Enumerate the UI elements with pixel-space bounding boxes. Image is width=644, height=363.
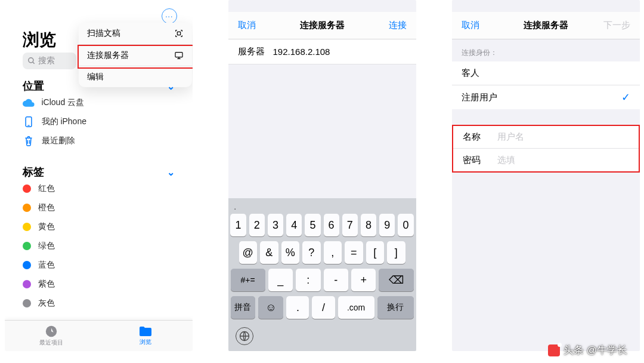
dot-icon: [23, 242, 31, 250]
nav-title: 连接服务器: [524, 20, 568, 31]
menu-scan-documents[interactable]: 扫描文稿: [79, 23, 192, 44]
screenshot-connect-server: 取消 连接服务器 连接 服务器 192.168.2.108 . 1 2 3 4 …: [228, 0, 416, 351]
row-label: 最近删除: [42, 136, 75, 146]
row-label: 紫色: [38, 279, 55, 290]
key-3[interactable]: 3: [268, 214, 283, 236]
iphone-icon: [23, 116, 35, 128]
key-8[interactable]: 8: [361, 214, 376, 236]
key-5[interactable]: 5: [305, 214, 320, 236]
name-input[interactable]: 用户名: [497, 131, 524, 143]
screenshot-connect-identity: 取消 连接服务器 下一步 连接身份： 客人 注册用户 ✓ 名称 用户名 密码 选…: [452, 0, 640, 351]
cancel-button[interactable]: 取消: [462, 20, 495, 31]
cloud-icon: [23, 97, 35, 109]
chevron-down-icon: ⌄: [167, 167, 175, 178]
row-label: 绿色: [38, 241, 55, 251]
tag-blue[interactable]: 蓝色: [5, 256, 193, 275]
location-my-iphone[interactable]: 我的 iPhone: [5, 112, 193, 131]
key-at[interactable]: @: [239, 241, 258, 264]
connect-button[interactable]: 连接: [373, 20, 407, 31]
key-slash[interactable]: /: [312, 296, 335, 319]
key-plus[interactable]: +: [351, 269, 376, 291]
identity-registered[interactable]: 注册用户 ✓: [452, 85, 640, 109]
cancel-button[interactable]: 取消: [238, 20, 271, 31]
tag-yellow[interactable]: 黄色: [5, 217, 193, 236]
location-icloud[interactable]: iCloud 云盘: [5, 93, 193, 112]
key-com[interactable]: .com: [338, 296, 374, 319]
server-input[interactable]: 192.168.2.108: [273, 47, 330, 57]
key-underscore[interactable]: _: [268, 269, 293, 291]
key-2[interactable]: 2: [249, 214, 265, 236]
server-row[interactable]: 服务器 192.168.2.108: [228, 39, 416, 64]
row-label: 灰色: [38, 298, 55, 309]
tab-label: 浏览: [140, 338, 151, 346]
checkmark-icon: ✓: [621, 91, 630, 104]
identity-guest[interactable]: 客人: [452, 61, 640, 85]
dot-icon: [23, 184, 31, 193]
menu-label: 连接服务器: [87, 50, 129, 61]
more-button[interactable]: ···: [162, 8, 177, 24]
key-1[interactable]: 1: [230, 214, 246, 236]
key-colon[interactable]: :: [296, 269, 320, 291]
keyboard: . 1 2 3 4 5 6 7 8 9 0 @ & % ? , = [ ] #+…: [228, 198, 416, 351]
key-7[interactable]: 7: [342, 214, 358, 236]
svg-rect-3: [175, 52, 182, 57]
dot-icon: [23, 204, 31, 212]
next-button[interactable]: 下一步: [597, 20, 630, 31]
tag-orange[interactable]: 橙色: [5, 198, 193, 217]
key-emoji[interactable]: ☺: [258, 296, 283, 319]
cell-label: 客人: [462, 67, 479, 79]
tab-recents[interactable]: 最近项目: [5, 321, 99, 351]
field-label: 名称: [463, 131, 487, 143]
section-label: 标签: [23, 165, 44, 179]
key-alt[interactable]: #+=: [231, 269, 265, 291]
tab-browse[interactable]: 浏览: [98, 321, 193, 351]
scan-icon: [174, 29, 184, 38]
svg-rect-2: [177, 32, 180, 35]
password-field[interactable]: 密码 选填: [453, 149, 639, 171]
search-icon: [27, 57, 36, 65]
row-label: 我的 iPhone: [42, 116, 86, 127]
key-pct[interactable]: %: [281, 241, 300, 264]
screenshot-browse: ··· 浏览 搜索 扫描文稿 连接服务器 编辑 位置 ⌄: [5, 0, 193, 351]
nav-bar: 取消 连接服务器 下一步: [452, 12, 640, 39]
key-backspace[interactable]: ⌫: [379, 269, 413, 291]
key-9[interactable]: 9: [379, 214, 395, 236]
key-q[interactable]: ?: [302, 241, 321, 264]
globe-icon[interactable]: [236, 327, 253, 345]
key-pinyin[interactable]: 拼音: [231, 296, 256, 319]
page-title: 浏览: [23, 29, 56, 51]
section-tags[interactable]: 标签 ⌄: [5, 165, 193, 179]
key-dot[interactable]: .: [286, 296, 309, 319]
cell-label: 注册用户: [462, 92, 497, 103]
key-lbracket[interactable]: [: [366, 241, 385, 264]
tag-purple[interactable]: 紫色: [5, 275, 193, 294]
name-field[interactable]: 名称 用户名: [453, 126, 639, 149]
row-label: iCloud 云盘: [42, 97, 85, 108]
key-amp[interactable]: &: [260, 241, 278, 264]
server-label: 服务器: [238, 46, 265, 57]
key-rbracket[interactable]: ]: [387, 241, 405, 264]
tag-gray[interactable]: 灰色: [5, 294, 193, 313]
password-input[interactable]: 选填: [497, 155, 515, 166]
location-recently-deleted[interactable]: 最近删除: [5, 131, 193, 150]
key-6[interactable]: 6: [324, 214, 339, 236]
key-eq[interactable]: =: [345, 241, 363, 264]
tag-green[interactable]: 绿色: [5, 236, 193, 256]
row-label: 黄色: [38, 222, 55, 232]
key-enter[interactable]: 换行: [377, 296, 414, 319]
nav-title: 连接服务器: [300, 20, 345, 31]
tag-red[interactable]: 红色: [5, 179, 193, 198]
key-4[interactable]: 4: [286, 214, 302, 236]
dot-icon: [23, 223, 31, 231]
clock-icon: [45, 325, 58, 338]
key-0[interactable]: 0: [398, 214, 413, 236]
tab-label: 最近项目: [39, 339, 63, 347]
menu-connect-server[interactable]: 连接服务器: [79, 44, 192, 66]
section-locations[interactable]: 位置 ⌄: [5, 79, 193, 93]
trash-icon: [23, 135, 35, 147]
dot-icon: [23, 280, 31, 288]
key-dash[interactable]: -: [324, 269, 348, 291]
keyboard-suggestion[interactable]: .: [231, 202, 414, 214]
key-comma[interactable]: ,: [324, 241, 342, 264]
search-input[interactable]: 搜索: [23, 53, 76, 69]
